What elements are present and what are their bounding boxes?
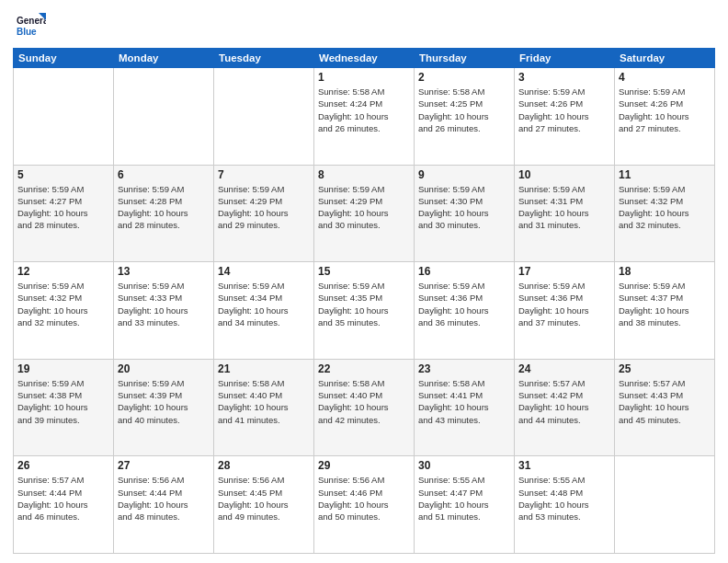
svg-text:General: General <box>17 16 46 26</box>
day-info: Sunrise: 5:59 AM Sunset: 4:36 PM Dayligh… <box>518 280 610 328</box>
day-info: Sunrise: 5:59 AM Sunset: 4:39 PM Dayligh… <box>118 377 210 426</box>
calendar-cell: 1Sunrise: 5:58 AM Sunset: 4:24 PM Daylig… <box>314 68 415 166</box>
calendar-cell: 31Sunrise: 5:55 AM Sunset: 4:48 PM Dayli… <box>515 456 615 554</box>
calendar-table: SundayMondayTuesdayWednesdayThursdayFrid… <box>13 48 715 554</box>
day-number: 6 <box>118 168 210 181</box>
day-number: 13 <box>118 265 210 278</box>
calendar-week-row: 19Sunrise: 5:59 AM Sunset: 4:38 PM Dayli… <box>14 359 715 456</box>
day-info: Sunrise: 5:59 AM Sunset: 4:38 PM Dayligh… <box>17 377 109 426</box>
logo-svg: General Blue <box>13 9 46 42</box>
calendar-cell: 24Sunrise: 5:57 AM Sunset: 4:42 PM Dayli… <box>515 359 615 456</box>
logo: General Blue <box>13 9 46 42</box>
day-info: Sunrise: 5:56 AM Sunset: 4:44 PM Dayligh… <box>118 474 210 523</box>
day-info: Sunrise: 5:59 AM Sunset: 4:26 PM Dayligh… <box>619 86 711 134</box>
calendar-cell: 28Sunrise: 5:56 AM Sunset: 4:45 PM Dayli… <box>214 456 314 554</box>
calendar-cell: 7Sunrise: 5:59 AM Sunset: 4:29 PM Daylig… <box>214 165 314 262</box>
calendar-cell: 4Sunrise: 5:59 AM Sunset: 4:26 PM Daylig… <box>615 68 715 166</box>
day-number: 25 <box>619 362 711 375</box>
calendar-week-row: 1Sunrise: 5:58 AM Sunset: 4:24 PM Daylig… <box>14 68 715 166</box>
calendar-cell: 14Sunrise: 5:59 AM Sunset: 4:34 PM Dayli… <box>214 262 314 360</box>
day-number: 22 <box>318 362 410 375</box>
day-number: 9 <box>418 168 510 181</box>
day-info: Sunrise: 5:59 AM Sunset: 4:27 PM Dayligh… <box>17 183 109 232</box>
calendar-cell <box>214 68 314 166</box>
calendar-cell: 20Sunrise: 5:59 AM Sunset: 4:39 PM Dayli… <box>114 359 214 456</box>
day-info: Sunrise: 5:59 AM Sunset: 4:31 PM Dayligh… <box>518 183 610 232</box>
calendar-cell: 29Sunrise: 5:56 AM Sunset: 4:46 PM Dayli… <box>314 456 415 554</box>
day-info: Sunrise: 5:58 AM Sunset: 4:24 PM Dayligh… <box>318 86 410 134</box>
calendar-cell: 13Sunrise: 5:59 AM Sunset: 4:33 PM Dayli… <box>114 262 214 360</box>
weekday-header: Tuesday <box>214 49 314 68</box>
day-info: Sunrise: 5:58 AM Sunset: 4:40 PM Dayligh… <box>218 377 310 426</box>
weekday-header: Sunday <box>14 49 114 68</box>
calendar-cell: 27Sunrise: 5:56 AM Sunset: 4:44 PM Dayli… <box>114 456 214 554</box>
day-number: 7 <box>218 168 310 181</box>
day-number: 21 <box>218 362 310 375</box>
calendar-cell <box>14 68 114 166</box>
day-info: Sunrise: 5:59 AM Sunset: 4:32 PM Dayligh… <box>17 280 109 328</box>
calendar-cell: 19Sunrise: 5:59 AM Sunset: 4:38 PM Dayli… <box>14 359 114 456</box>
day-number: 5 <box>17 168 109 181</box>
calendar-cell: 18Sunrise: 5:59 AM Sunset: 4:37 PM Dayli… <box>615 262 715 360</box>
calendar-cell: 12Sunrise: 5:59 AM Sunset: 4:32 PM Dayli… <box>14 262 114 360</box>
day-number: 16 <box>418 265 510 278</box>
day-number: 28 <box>218 459 310 472</box>
day-info: Sunrise: 5:55 AM Sunset: 4:47 PM Dayligh… <box>418 474 510 523</box>
day-number: 20 <box>118 362 210 375</box>
calendar-cell: 17Sunrise: 5:59 AM Sunset: 4:36 PM Dayli… <box>515 262 615 360</box>
day-number: 12 <box>17 265 109 278</box>
day-number: 8 <box>318 168 410 181</box>
day-number: 2 <box>418 71 510 84</box>
day-number: 26 <box>17 459 109 472</box>
day-number: 11 <box>619 168 711 181</box>
day-info: Sunrise: 5:59 AM Sunset: 4:32 PM Dayligh… <box>619 183 711 232</box>
calendar-week-row: 12Sunrise: 5:59 AM Sunset: 4:32 PM Dayli… <box>14 262 715 360</box>
day-info: Sunrise: 5:56 AM Sunset: 4:45 PM Dayligh… <box>218 474 310 523</box>
day-info: Sunrise: 5:59 AM Sunset: 4:35 PM Dayligh… <box>318 280 410 328</box>
day-number: 15 <box>318 265 410 278</box>
day-number: 14 <box>218 265 310 278</box>
calendar-cell: 8Sunrise: 5:59 AM Sunset: 4:29 PM Daylig… <box>314 165 415 262</box>
day-number: 1 <box>318 71 410 84</box>
day-info: Sunrise: 5:59 AM Sunset: 4:28 PM Dayligh… <box>118 183 210 232</box>
svg-text:Blue: Blue <box>17 27 37 37</box>
calendar-cell: 5Sunrise: 5:59 AM Sunset: 4:27 PM Daylig… <box>14 165 114 262</box>
day-info: Sunrise: 5:59 AM Sunset: 4:29 PM Dayligh… <box>218 183 310 232</box>
day-number: 24 <box>518 362 610 375</box>
day-info: Sunrise: 5:57 AM Sunset: 4:42 PM Dayligh… <box>518 377 610 426</box>
calendar-cell: 15Sunrise: 5:59 AM Sunset: 4:35 PM Dayli… <box>314 262 415 360</box>
calendar-cell: 23Sunrise: 5:58 AM Sunset: 4:41 PM Dayli… <box>415 359 515 456</box>
calendar-cell: 3Sunrise: 5:59 AM Sunset: 4:26 PM Daylig… <box>515 68 615 166</box>
page: General Blue SundayMondayTuesdayWednesda… <box>0 0 728 563</box>
calendar-cell: 22Sunrise: 5:58 AM Sunset: 4:40 PM Dayli… <box>314 359 415 456</box>
day-info: Sunrise: 5:59 AM Sunset: 4:37 PM Dayligh… <box>619 280 711 328</box>
day-info: Sunrise: 5:59 AM Sunset: 4:30 PM Dayligh… <box>418 183 510 232</box>
weekday-header: Monday <box>114 49 214 68</box>
calendar-cell <box>615 456 715 554</box>
calendar-cell: 11Sunrise: 5:59 AM Sunset: 4:32 PM Dayli… <box>615 165 715 262</box>
day-number: 10 <box>518 168 610 181</box>
day-number: 30 <box>418 459 510 472</box>
day-number: 29 <box>318 459 410 472</box>
calendar-cell: 21Sunrise: 5:58 AM Sunset: 4:40 PM Dayli… <box>214 359 314 456</box>
day-number: 23 <box>418 362 510 375</box>
day-info: Sunrise: 5:58 AM Sunset: 4:41 PM Dayligh… <box>418 377 510 426</box>
calendar-cell: 30Sunrise: 5:55 AM Sunset: 4:47 PM Dayli… <box>415 456 515 554</box>
day-number: 3 <box>518 71 610 84</box>
calendar-week-row: 5Sunrise: 5:59 AM Sunset: 4:27 PM Daylig… <box>14 165 715 262</box>
calendar-cell: 6Sunrise: 5:59 AM Sunset: 4:28 PM Daylig… <box>114 165 214 262</box>
day-info: Sunrise: 5:59 AM Sunset: 4:34 PM Dayligh… <box>218 280 310 328</box>
day-info: Sunrise: 5:55 AM Sunset: 4:48 PM Dayligh… <box>518 474 610 523</box>
day-info: Sunrise: 5:57 AM Sunset: 4:43 PM Dayligh… <box>619 377 711 426</box>
weekday-header: Saturday <box>615 49 715 68</box>
day-number: 18 <box>619 265 711 278</box>
calendar-header-row: SundayMondayTuesdayWednesdayThursdayFrid… <box>14 49 715 68</box>
day-number: 19 <box>17 362 109 375</box>
calendar-cell: 16Sunrise: 5:59 AM Sunset: 4:36 PM Dayli… <box>415 262 515 360</box>
header: General Blue <box>13 9 715 42</box>
weekday-header: Wednesday <box>314 49 415 68</box>
day-number: 4 <box>619 71 711 84</box>
calendar-cell: 9Sunrise: 5:59 AM Sunset: 4:30 PM Daylig… <box>415 165 515 262</box>
day-info: Sunrise: 5:59 AM Sunset: 4:33 PM Dayligh… <box>118 280 210 328</box>
calendar-cell: 10Sunrise: 5:59 AM Sunset: 4:31 PM Dayli… <box>515 165 615 262</box>
